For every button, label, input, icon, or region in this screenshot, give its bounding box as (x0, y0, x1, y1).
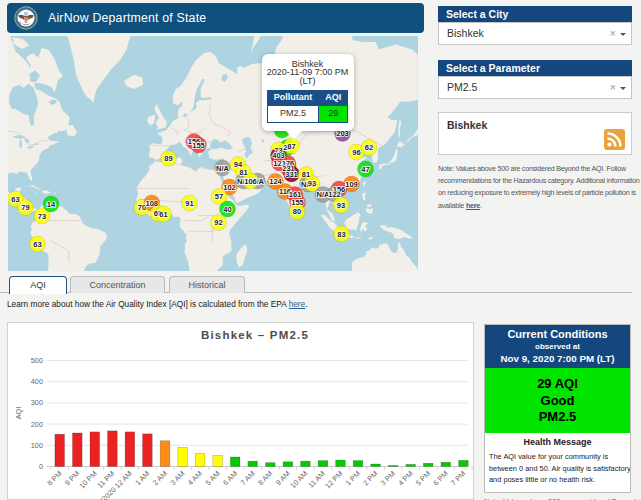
svg-text:203: 203 (336, 129, 349, 138)
svg-text:96: 96 (352, 148, 360, 157)
svg-text:63: 63 (33, 240, 41, 249)
svg-text:57: 57 (215, 192, 223, 201)
svg-text:155: 155 (291, 198, 304, 207)
svg-text:93: 93 (308, 179, 316, 188)
svg-text:63: 63 (11, 195, 19, 204)
svg-text:106: 106 (244, 177, 257, 186)
svg-text:92: 92 (214, 218, 222, 227)
svg-text:81: 81 (302, 170, 310, 179)
svg-text:331: 331 (285, 170, 298, 179)
svg-text:89: 89 (164, 154, 172, 163)
svg-text:91: 91 (185, 199, 193, 208)
svg-text:40: 40 (223, 205, 231, 214)
svg-text:62: 62 (365, 143, 373, 152)
svg-text:109: 109 (345, 180, 358, 189)
svg-text:14: 14 (47, 200, 56, 209)
svg-text:80: 80 (293, 207, 301, 216)
svg-text:124: 124 (269, 177, 282, 186)
svg-text:N/A: N/A (216, 164, 230, 173)
svg-text:93: 93 (337, 201, 345, 210)
svg-text:87: 87 (287, 142, 295, 151)
svg-text:102: 102 (223, 183, 236, 192)
svg-text:155: 155 (192, 141, 205, 150)
svg-text:61: 61 (159, 210, 167, 219)
svg-text:79: 79 (21, 203, 29, 212)
svg-text:83: 83 (337, 230, 345, 239)
svg-text:122: 122 (328, 190, 341, 199)
svg-text:47: 47 (361, 165, 369, 174)
svg-text:108: 108 (146, 199, 159, 208)
svg-text:73: 73 (38, 212, 46, 221)
